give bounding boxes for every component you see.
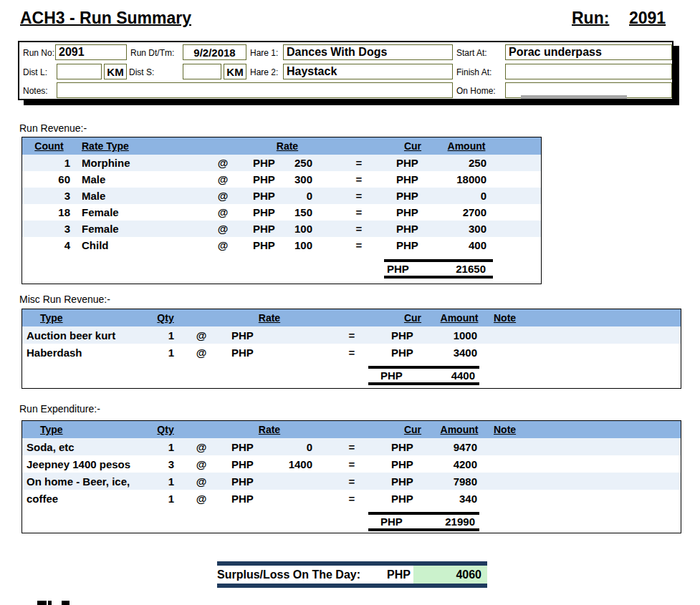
cell-eq: = [330, 190, 388, 202]
cell-type: Auction beer kurt [22, 329, 151, 342]
total-amount: 21990 [445, 516, 475, 528]
cell-cur: PHP [223, 493, 273, 505]
page-title: ACH3 - Run Summary [20, 9, 191, 28]
cell-amount: 300 [438, 223, 495, 235]
hare1-field[interactable]: Dances With Dogs [283, 44, 453, 60]
table-row: Auction beer kurt 1 @ PHP = PHP 1000 [22, 326, 681, 344]
cell-eq: = [316, 347, 388, 359]
cell-qty: 1 [151, 441, 180, 453]
cell-rate: 250 [294, 157, 330, 169]
misc-revenue-section-label: Misc Run Revenue:- [19, 294, 110, 305]
col-rate: Rate [223, 312, 316, 324]
hare1-label: Hare 1: [250, 48, 278, 58]
cell-qty: 1 [151, 493, 180, 505]
cell-type: Jeepney 1400 pesos [22, 458, 151, 470]
col-rate-type: Rate Type [76, 140, 201, 152]
misc-revenue-header-row: Type Qty Rate Cur Amount Note [22, 309, 681, 326]
finish-at-label: Finish At: [456, 67, 492, 77]
cell-amount: 250 [438, 157, 495, 169]
finish-at-field[interactable] [505, 64, 672, 79]
cell-count: 60 [22, 173, 76, 185]
cell-eq: = [330, 173, 388, 185]
cell-at: @ [201, 157, 244, 169]
cell-type: Haberdash [22, 347, 151, 359]
cell-cur2: PHP [388, 223, 438, 235]
run-no-field[interactable]: 2091 [55, 44, 127, 60]
cell-eq: = [330, 223, 388, 235]
cell-amount: 0 [438, 190, 495, 202]
surplus-currency: PHP [387, 568, 411, 581]
cell-at: @ [180, 475, 223, 488]
cell-count: 3 [22, 223, 76, 235]
cell-cur2: PHP [388, 329, 438, 342]
cell-cur: PHP [223, 329, 273, 342]
run-expenditure-total: PHP 21990 [368, 512, 479, 531]
notes-label: Notes: [23, 86, 48, 96]
cell-rate: 100 [294, 223, 330, 235]
cell-cur: PHP [223, 475, 273, 488]
col-cur: Cur [388, 424, 438, 435]
cell-at: @ [180, 347, 223, 359]
notes-field[interactable] [57, 82, 453, 98]
cell-count: 1 [22, 157, 76, 169]
cell-cur2: PHP [388, 190, 438, 202]
cell-qty: 1 [151, 329, 180, 342]
cell-cur2: PHP [388, 239, 438, 251]
table-row: 4 Child @ PHP 100 = PHP 400 [22, 237, 541, 253]
run-expenditure-header-row: Type Qty Rate Cur Amount Note [22, 421, 681, 438]
cell-count: 4 [22, 239, 76, 251]
cell-cur: PHP [244, 239, 294, 251]
cell-qty: 3 [151, 458, 180, 470]
cell-at: @ [180, 329, 223, 342]
cell-rate-type: Female [76, 223, 201, 235]
misc-revenue-total: PHP 4400 [368, 366, 479, 385]
on-home-label: On Home: [456, 86, 496, 96]
cell-type: On home - Beer, ice, [22, 475, 151, 488]
col-type: Type [22, 424, 151, 435]
start-at-label: Start At: [456, 48, 487, 58]
cell-rate: 300 [294, 173, 330, 185]
cell-count: 18 [22, 206, 76, 218]
total-amount: 21650 [456, 263, 486, 275]
cell-cur2: PHP [388, 458, 438, 470]
run-no-label: Run No: [23, 48, 54, 58]
table-row: 18 Female @ PHP 150 = PHP 2700 [22, 204, 541, 221]
hare2-field[interactable]: Haystack [283, 64, 453, 79]
start-at-field[interactable]: Porac underpass [505, 44, 672, 60]
cell-amount: 4200 [438, 458, 481, 470]
dist-s-field[interactable] [183, 64, 221, 79]
cell-rate: 0 [294, 190, 330, 202]
dist-l-field[interactable] [57, 64, 102, 79]
cell-eq: = [330, 239, 388, 251]
col-cur: Cur [388, 312, 438, 324]
cell-rate: 1400 [273, 458, 316, 470]
cell-cur: PHP [244, 157, 294, 169]
cell-count: 3 [22, 190, 76, 202]
run-label: Run: [572, 9, 609, 28]
cell-cur2: PHP [388, 475, 438, 488]
table-row: 3 Female @ PHP 100 = PHP 300 [22, 221, 541, 237]
col-cur: Cur [388, 140, 438, 152]
cell-qty: 1 [151, 475, 180, 488]
cell-cur: PHP [244, 173, 294, 185]
run-dt-field[interactable]: 9/2/2018 [183, 44, 246, 60]
table-row: 60 Male @ PHP 300 = PHP 18000 [22, 171, 541, 188]
cell-cur: PHP [223, 347, 273, 359]
total-currency: PHP [387, 263, 409, 275]
cell-rate-type: Female [76, 206, 201, 218]
cell-at: @ [180, 493, 223, 505]
table-row: On home - Beer, ice, 1 @ PHP = PHP 7980 [22, 473, 681, 490]
cell-rate-type: Male [76, 190, 201, 202]
cell-amount: 7980 [438, 475, 481, 488]
cell-cur: PHP [223, 458, 273, 470]
cell-rate-type: Child [76, 239, 201, 251]
cell-eq: = [316, 441, 388, 453]
col-qty: Qty [151, 312, 180, 324]
cell-amount: 400 [438, 239, 495, 251]
cell-cur: PHP [244, 190, 294, 202]
cell-eq: = [330, 206, 388, 218]
cell-amount: 2700 [438, 206, 495, 218]
run-number: 2091 [629, 9, 666, 28]
run-dt-label: Run Dt/Tm: [130, 48, 174, 58]
table-row: 1 Morphine @ PHP 250 = PHP 250 [22, 155, 541, 171]
